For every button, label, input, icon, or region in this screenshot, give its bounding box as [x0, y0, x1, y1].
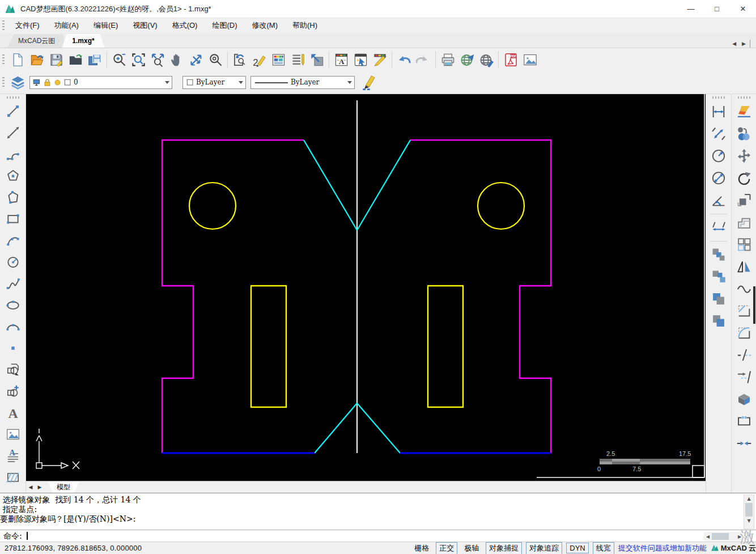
erase-button[interactable] [734, 102, 754, 121]
minimize-button[interactable]: — [678, 0, 704, 18]
line-tool-button[interactable] [4, 102, 22, 120]
cad-entity-left-part-outline[interactable] [162, 140, 304, 453]
command-scrollbar[interactable]: ▲ ▼ [744, 494, 754, 529]
close-button[interactable]: ✕ [730, 0, 756, 18]
cad-entity-right-top-chamfer[interactable] [357, 140, 410, 230]
redraw-button[interactable] [249, 50, 269, 69]
cad-entity-right-hole-circle[interactable] [478, 183, 524, 229]
tab-scroll-right-icon[interactable]: ▶ [740, 40, 747, 48]
scroll-up-icon[interactable]: ▲ [744, 495, 754, 502]
menu-file[interactable]: 文件(F) [8, 19, 47, 32]
text-style-button[interactable] [332, 50, 351, 69]
dim-continue-button[interactable] [709, 218, 728, 236]
zoom-extents-button[interactable] [148, 50, 167, 69]
chamfer-button[interactable] [734, 301, 754, 320]
propsbar-drag-handle[interactable] [2, 77, 5, 87]
join-button[interactable] [734, 434, 754, 452]
toggle-ortho[interactable]: 正交 [436, 542, 457, 554]
single-text-button[interactable] [4, 404, 22, 422]
array-button[interactable] [734, 235, 754, 253]
dim-aligned-button[interactable] [709, 124, 728, 143]
command-input-scrollbar[interactable]: ◀ ▶ [704, 532, 744, 541]
dim-angular-button[interactable] [709, 191, 728, 209]
web-publish-button[interactable] [457, 50, 477, 69]
tab-scroll-left-icon[interactable]: ◀ [730, 40, 738, 48]
insert-block-button[interactable] [4, 361, 22, 379]
save-button[interactable] [46, 50, 66, 69]
rectangle-tool-button[interactable] [4, 210, 22, 228]
toggle-grid[interactable]: 栅格 [411, 543, 432, 554]
copy-button[interactable] [734, 124, 754, 143]
dim-linear-button[interactable] [709, 102, 728, 121]
dim-radius-button[interactable] [709, 146, 728, 165]
create-block-button[interactable] [4, 382, 22, 400]
arc-tool-button[interactable] [4, 231, 22, 249]
drawing-canvas[interactable]: 2.5 17.5 0 7.5 [26, 94, 706, 481]
draw-order-front-button[interactable] [709, 245, 728, 264]
export-pdf-button[interactable] [501, 50, 520, 69]
break-button[interactable] [734, 412, 754, 430]
fillet-button[interactable] [734, 323, 754, 342]
linetype-select[interactable]: ByLayer [250, 76, 355, 89]
scale-button[interactable] [734, 191, 754, 209]
polygon-tool-button[interactable] [4, 167, 22, 185]
save-as-button[interactable] [85, 50, 104, 69]
layout-scroll-left-icon[interactable]: ◀ [26, 482, 35, 492]
toggle-osnap[interactable]: 对象捕捉 [486, 542, 522, 554]
layout-scroll-right-icon[interactable]: ▶ [35, 482, 44, 492]
cad-entity-right-bottom-chamfer[interactable] [357, 403, 400, 453]
feedback-link[interactable]: 提交软件问题或增加新功能 [618, 543, 707, 553]
zoom-dynamic-button[interactable] [186, 50, 206, 69]
zoom-window-button[interactable] [129, 50, 148, 69]
command-panel[interactable]: 选择镜像对象 找到 14 个，总计 14 个 指定基点: 要删除源对象吗？[是(… [0, 493, 756, 542]
zoom-in-out-button[interactable] [109, 50, 129, 69]
raster-image-button[interactable] [4, 425, 22, 443]
block-manager-button[interactable] [307, 50, 326, 69]
toggle-polar[interactable]: 极轴 [461, 543, 482, 554]
zoom-center-button[interactable] [206, 50, 225, 69]
hatch-button[interactable] [4, 468, 22, 487]
right-panel-scrollbar-thumb[interactable] [753, 286, 755, 324]
draw-order-back-button[interactable] [709, 267, 728, 286]
mirror-button[interactable] [734, 257, 754, 276]
menu-view[interactable]: 视图(V) [125, 19, 164, 32]
scroll-down-icon[interactable]: ▼ [744, 517, 754, 525]
menu-format[interactable]: 格式(O) [165, 19, 205, 32]
draw-order-below-button[interactable] [709, 311, 728, 330]
toggle-dyn[interactable]: DYN [566, 543, 588, 553]
circle-tool-button[interactable] [4, 253, 22, 271]
construction-line-tool-button[interactable] [4, 124, 22, 142]
cad-entity-left-slot-rect[interactable] [251, 286, 286, 407]
chevron-down-icon[interactable] [239, 81, 243, 84]
cad-entity-right-part-outline[interactable] [410, 140, 551, 453]
color-select[interactable]: ByLayer [182, 76, 246, 89]
polygon-irregular-tool-button[interactable] [4, 188, 22, 206]
draw-toolbar-drag-handle[interactable] [7, 96, 19, 99]
cad-entity-frame-corner-box[interactable] [693, 466, 704, 477]
open-cloud-drawing-button[interactable] [27, 50, 46, 69]
menu-modify[interactable]: 修改(M) [244, 19, 285, 32]
dim-diameter-button[interactable] [709, 168, 728, 187]
ellipse-arc-tool-button[interactable] [4, 318, 22, 336]
color-palette-button[interactable] [269, 50, 288, 69]
extend-button[interactable] [734, 367, 754, 386]
move-button[interactable] [734, 146, 754, 165]
revision-cloud-button[interactable] [734, 279, 754, 298]
redo-button[interactable] [414, 50, 433, 69]
draw-order-above-button[interactable] [709, 289, 728, 308]
dim-style-button[interactable] [351, 50, 370, 69]
linetype-manager-button[interactable] [288, 50, 307, 69]
cad-entity-left-bottom-chamfer[interactable] [315, 403, 357, 453]
print-button[interactable] [438, 50, 457, 69]
explode-button[interactable] [734, 390, 754, 408]
dimension-toolbar-drag-handle[interactable] [712, 96, 725, 99]
cad-entity-left-top-chamfer[interactable] [304, 140, 357, 230]
toolbar-drag-handle[interactable] [2, 54, 5, 65]
modify-toolbar-drag-handle[interactable] [738, 96, 750, 99]
menu-draw[interactable]: 绘图(D) [205, 19, 244, 32]
chevron-down-icon[interactable] [347, 81, 352, 84]
scroll-left-icon[interactable]: ◀ [704, 534, 712, 539]
offset-button[interactable] [734, 213, 754, 231]
polyline-tool-button[interactable] [4, 145, 22, 163]
point-tool-button[interactable] [4, 339, 22, 357]
